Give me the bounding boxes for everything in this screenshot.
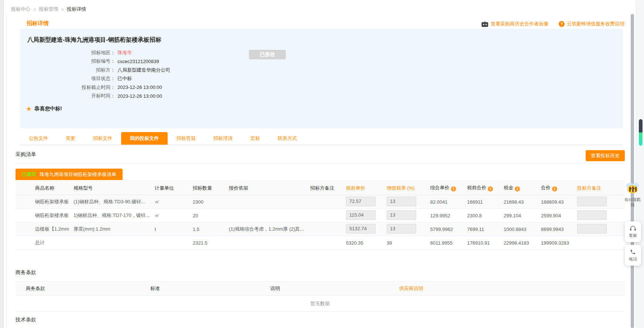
- column-header-pretax-price: 税前单价: [342, 181, 383, 195]
- bidder-note-input: [577, 224, 607, 234]
- question-icon: [559, 21, 565, 27]
- field-label: 招标地区：: [20, 49, 115, 56]
- cell-total-pretax-price: 5320.35: [342, 236, 383, 250]
- bee-mascot-icon: [624, 182, 641, 195]
- pretax-price-input: 5132.74: [346, 224, 376, 234]
- cell-qty: 20: [189, 209, 225, 222]
- business-section-title: 商务条款: [16, 269, 36, 276]
- cell-product-name: 钢筋桁架楼承板: [16, 195, 69, 209]
- cell-buyer-note: [306, 209, 342, 222]
- cell-vat-rate: 13: [383, 222, 426, 236]
- cell-pretax-total: 166911: [463, 195, 500, 209]
- tab-tender-files[interactable]: 招标文件: [84, 132, 121, 145]
- column-header-standard: 标准: [146, 282, 266, 296]
- cell-spec: 厚度(mm):1.2mm: [69, 222, 151, 236]
- bee-fee-link[interactable]: 云筑蜜蜂增值服务收费说明: [559, 21, 624, 27]
- field-value-tenderer: 八局新型建造华南分公司: [117, 67, 170, 73]
- breadcrumb-bid-management[interactable]: 投标管理: [39, 6, 58, 13]
- purchase-table: 商品名称 规格型号 计量单位 招标数量 报价依据 招标方备注 税前单价 增值税率…: [16, 181, 625, 250]
- info-icon[interactable]: [488, 186, 493, 191]
- field-label: 投标截止时间：: [20, 84, 115, 91]
- robot-portrait-icon: [481, 21, 489, 27]
- cell-total-label: 总计: [16, 236, 69, 250]
- purchase-section-title: 采购清单: [16, 151, 36, 158]
- column-header-quote-basis: 报价依据: [225, 181, 306, 195]
- tab-my-bid-files[interactable]: 我的投标文件: [121, 132, 168, 145]
- cell-spec: (1)钢材品种、规格:TD3-90,镀锌...: [69, 195, 151, 209]
- cell-pretax-price: 5132.74: [342, 222, 383, 236]
- tab-tender-qa[interactable]: 招标答疑: [168, 132, 205, 145]
- tab-tender-clarification[interactable]: 招标澄清: [205, 132, 242, 145]
- empty-data-text: 暂无数据: [16, 296, 625, 312]
- field-region: 招标地区： 珠海市: [20, 48, 170, 57]
- inner-scrollbar-thumb[interactable]: [631, 14, 634, 328]
- received-status-badge: 已接收: [249, 50, 286, 59]
- tab-announcement-files[interactable]: 公告文件: [20, 132, 57, 145]
- vat-rate-input: 13: [387, 210, 416, 220]
- column-header-tax: 税金: [500, 181, 537, 195]
- table-row: 钢筋桁架楼承板 (1)钢材品种、规格:TD3-90,镀锌... ㎡ 2300 7…: [16, 195, 625, 209]
- info-icon[interactable]: [451, 186, 456, 191]
- content-tabs: 公告文件 变更 招标文件 我的投标文件 招标答疑 招标澄清 定标 联系方式: [20, 132, 623, 145]
- column-header-pretax-total: 税前合价: [463, 181, 500, 195]
- scrollbar-thumb[interactable]: [638, 119, 643, 146]
- view-bid-history-button[interactable]: 查看投标历史: [586, 150, 625, 161]
- field-value-open-time: 2023-12-26 13:00:00: [117, 93, 162, 99]
- column-header-unit: 计量单位: [151, 181, 189, 195]
- cell-empty: [306, 236, 342, 250]
- purchaser-portrait-link[interactable]: 查看采购商历史合作者画像: [481, 21, 548, 27]
- tab-award[interactable]: 定标: [242, 132, 269, 145]
- cell-total-vat: 39: [383, 236, 426, 250]
- cell-quote-basis: (1)规格综合考虑，1.2mm厚 (2)其...: [225, 222, 306, 236]
- tab-changes[interactable]: 变更: [57, 132, 84, 145]
- cell-comprehensive-price: 5799.9962: [426, 222, 463, 236]
- customer-service-button[interactable]: 客服: [625, 221, 641, 242]
- field-value-deadline: 2023-12-26 13:00:00: [117, 84, 162, 90]
- info-icon[interactable]: [515, 186, 520, 191]
- main-panel: 招标详情 查看采购商历史合作者画像 云筑蜜蜂增值服务收费说明 八局新型建造-珠海…: [7, 14, 630, 328]
- cell-total-pretax-total: 176910.91: [463, 236, 500, 250]
- list-tab-badge[interactable]: 已填写 珠海九洲港项目钢筋桁架楼承板清单: [16, 169, 123, 180]
- section-divider: [16, 163, 625, 164]
- breadcrumb-bid-center[interactable]: 投标中心: [11, 6, 30, 13]
- cell-tax: 299.104: [500, 209, 537, 222]
- column-header-buyer-note: 招标方备注: [306, 181, 342, 195]
- field-deadline: 投标截止时间： 2023-12-26 13:00:00: [20, 83, 170, 92]
- breadcrumb-separator: >: [33, 7, 36, 12]
- cell-comprehensive-price: 82.0041: [426, 195, 463, 209]
- cell-pretax-total: 7699.11: [463, 222, 500, 236]
- cell-product-name: 边模板【1.2mm】: [16, 222, 69, 236]
- field-label: 招标编号：: [20, 58, 115, 65]
- tab-contact[interactable]: 联系方式: [269, 132, 306, 145]
- totals-row: 总计 2321.5 5320.35 39 6011.9955 176910.91…: [16, 236, 625, 250]
- project-title: 八局新型建造-珠海九洲港项目-钢筋桁架楼承板招标: [27, 36, 161, 44]
- table-row: 边模板【1.2mm】 厚度(mm):1.2mm t 1.5 (1)规格综合考虑，…: [16, 222, 625, 236]
- phone-button[interactable]: 电话: [625, 245, 641, 266]
- cell-total-tax: 22998.4183: [500, 236, 537, 250]
- cell-empty: [225, 236, 306, 250]
- field-value-tender-no: cscec23121200839: [117, 59, 159, 64]
- breadcrumb-separator: >: [61, 7, 64, 12]
- bee-mascot-widget[interactable]: 有问题戳我: [623, 182, 643, 207]
- cell-product-name: 钢筋桁架楼承板: [16, 209, 69, 222]
- cell-empty: [151, 236, 189, 250]
- cell-quote-basis: [225, 209, 306, 222]
- cell-bidder-note: [573, 195, 625, 209]
- column-header-product-name: 商品名称: [16, 181, 69, 195]
- cell-total: 8699.9943: [537, 222, 573, 236]
- pretax-price-input: 115.04: [346, 210, 376, 220]
- cell-pretax-price: 115.04: [342, 209, 383, 222]
- pretax-price-input: 72.57: [346, 197, 376, 206]
- breadcrumb-bid-detail: 投标详情: [67, 6, 86, 13]
- table-row: 钢筋桁架楼承板 1)钢材品种、规格:TD7-170，镀锌... ㎡ 20 115…: [16, 209, 625, 222]
- field-value-region[interactable]: 珠海市: [117, 49, 132, 56]
- scrollbar-track[interactable]: [636, 0, 644, 328]
- column-header-total: 合价: [537, 181, 573, 195]
- purchase-table-header-row: 商品名称 规格型号 计量单位 招标数量 报价依据 招标方备注 税前单价 增值税率…: [16, 181, 625, 195]
- bidder-note-input: [577, 197, 607, 206]
- column-header-vat-rate: 增值税率 (%): [383, 181, 426, 195]
- info-icon[interactable]: [552, 186, 557, 191]
- cell-total-sum: 199909.3283: [537, 236, 573, 250]
- win-message-row: ★ 恭喜您中标!: [26, 106, 62, 112]
- cell-vat-rate: 13: [383, 209, 426, 222]
